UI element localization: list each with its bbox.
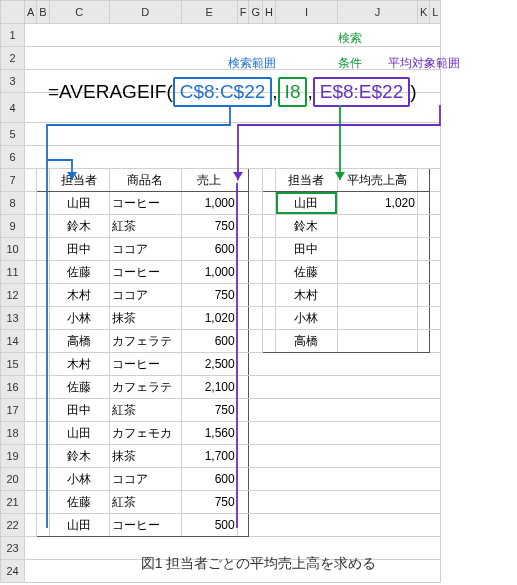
cell[interactable]: カフェラテ: [109, 376, 181, 399]
cell[interactable]: ココア: [109, 468, 181, 491]
cell[interactable]: ココア: [109, 238, 181, 261]
spreadsheet-surface[interactable]: A B C D E F G H I J K L 1 2 3 4 5 6 7 担当…: [0, 0, 517, 585]
cell[interactable]: [337, 215, 417, 238]
row-21[interactable]: 21: [1, 491, 25, 514]
row-14[interactable]: 14: [1, 330, 25, 353]
row-7[interactable]: 7: [1, 169, 25, 192]
cell[interactable]: 山田: [49, 514, 109, 537]
cell[interactable]: 600: [181, 330, 237, 353]
row-5[interactable]: 5: [1, 123, 25, 146]
cell[interactable]: コーヒー: [109, 514, 181, 537]
cell[interactable]: 750: [181, 491, 237, 514]
cell[interactable]: 佐藤: [49, 491, 109, 514]
cell[interactable]: 1,000: [181, 192, 237, 215]
cell[interactable]: ココア: [109, 284, 181, 307]
col-H[interactable]: H: [262, 1, 275, 24]
row-9[interactable]: 9: [1, 215, 25, 238]
cell[interactable]: 木村: [49, 353, 109, 376]
cell-I8[interactable]: 山田: [275, 192, 337, 215]
hdr-avg[interactable]: 平均売上高: [337, 169, 417, 192]
cell[interactable]: 高橋: [275, 330, 337, 353]
cell[interactable]: 600: [181, 468, 237, 491]
cell[interactable]: 佐藤: [49, 261, 109, 284]
cell[interactable]: 紅茶: [109, 491, 181, 514]
cell[interactable]: 佐藤: [275, 261, 337, 284]
row-13[interactable]: 13: [1, 307, 25, 330]
row-15[interactable]: 15: [1, 353, 25, 376]
cell[interactable]: 2,100: [181, 376, 237, 399]
cell[interactable]: 山田: [49, 422, 109, 445]
cell[interactable]: 鈴木: [49, 215, 109, 238]
cell[interactable]: 小林: [49, 307, 109, 330]
col-F[interactable]: F: [237, 1, 249, 24]
fx-arg2: I8: [278, 77, 308, 107]
cell[interactable]: 鈴木: [275, 215, 337, 238]
col-K[interactable]: K: [417, 1, 429, 24]
cell[interactable]: 750: [181, 399, 237, 422]
cell[interactable]: 田中: [49, 399, 109, 422]
hdr-tantosha[interactable]: 担当者: [49, 169, 109, 192]
row-1[interactable]: 1: [1, 24, 25, 47]
row-17[interactable]: 17: [1, 399, 25, 422]
cell[interactable]: 木村: [49, 284, 109, 307]
cell[interactable]: 1,560: [181, 422, 237, 445]
row-12[interactable]: 12: [1, 284, 25, 307]
cell[interactable]: 高橋: [49, 330, 109, 353]
cell[interactable]: [337, 238, 417, 261]
row-6[interactable]: 6: [1, 146, 25, 169]
cell[interactable]: 750: [181, 284, 237, 307]
row-10[interactable]: 10: [1, 238, 25, 261]
row-18[interactable]: 18: [1, 422, 25, 445]
row-8[interactable]: 8: [1, 192, 25, 215]
cell[interactable]: 田中: [49, 238, 109, 261]
cell[interactable]: 小林: [49, 468, 109, 491]
cell[interactable]: 木村: [275, 284, 337, 307]
cell[interactable]: [337, 330, 417, 353]
cell[interactable]: 600: [181, 238, 237, 261]
col-L[interactable]: L: [430, 1, 441, 24]
row-20[interactable]: 20: [1, 468, 25, 491]
col-B[interactable]: B: [37, 1, 49, 24]
cell[interactable]: [337, 307, 417, 330]
cell[interactable]: 鈴木: [49, 445, 109, 468]
cell[interactable]: 田中: [275, 238, 337, 261]
cell[interactable]: コーヒー: [109, 192, 181, 215]
cell[interactable]: 500: [181, 514, 237, 537]
col-A[interactable]: A: [25, 1, 37, 24]
row-16[interactable]: 16: [1, 376, 25, 399]
cell[interactable]: 小林: [275, 307, 337, 330]
col-D[interactable]: D: [109, 1, 181, 24]
cell[interactable]: コーヒー: [109, 261, 181, 284]
col-I[interactable]: I: [275, 1, 337, 24]
cell-J8[interactable]: 1,020: [337, 192, 417, 215]
col-E[interactable]: E: [181, 1, 237, 24]
cell[interactable]: 紅茶: [109, 215, 181, 238]
cell[interactable]: 1,700: [181, 445, 237, 468]
cell[interactable]: 750: [181, 215, 237, 238]
row-2[interactable]: 2: [1, 47, 25, 70]
col-G[interactable]: G: [249, 1, 263, 24]
cell[interactable]: 抹茶: [109, 445, 181, 468]
hdr-uriage[interactable]: 売上: [181, 169, 237, 192]
cell[interactable]: コーヒー: [109, 353, 181, 376]
cell[interactable]: 2,500: [181, 353, 237, 376]
hdr-tantosha2[interactable]: 担当者: [275, 169, 337, 192]
cell[interactable]: カフェモカ: [109, 422, 181, 445]
cell[interactable]: カフェラテ: [109, 330, 181, 353]
cell[interactable]: 佐藤: [49, 376, 109, 399]
row-4[interactable]: 4: [1, 93, 25, 123]
cell[interactable]: 抹茶: [109, 307, 181, 330]
hdr-shohinmei[interactable]: 商品名: [109, 169, 181, 192]
cell[interactable]: [337, 284, 417, 307]
cell[interactable]: 1,000: [181, 261, 237, 284]
row-22[interactable]: 22: [1, 514, 25, 537]
cell[interactable]: 山田: [49, 192, 109, 215]
col-J[interactable]: J: [337, 1, 417, 24]
row-19[interactable]: 19: [1, 445, 25, 468]
row-3[interactable]: 3: [1, 70, 25, 93]
cell[interactable]: 1,020: [181, 307, 237, 330]
row-11[interactable]: 11: [1, 261, 25, 284]
cell[interactable]: [337, 261, 417, 284]
cell[interactable]: 紅茶: [109, 399, 181, 422]
col-C[interactable]: C: [49, 1, 109, 24]
